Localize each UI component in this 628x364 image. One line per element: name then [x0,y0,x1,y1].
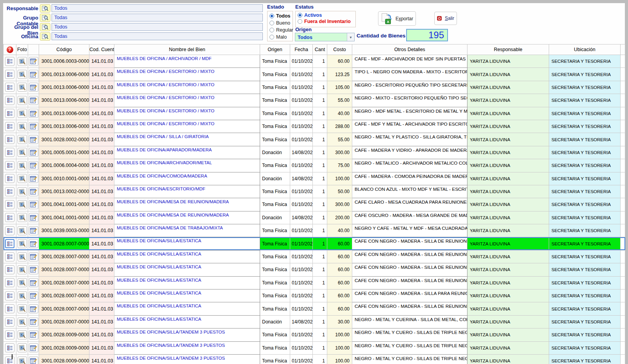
row-photo-button[interactable] [18,161,27,170]
responsable-cell[interactable]: YARITZA LIDUVINA [467,237,549,250]
row-photo-button[interactable] [18,239,27,248]
nombre-del-bien-cell[interactable]: MUEBLES DE OFICINA/MESA DE TRABAJO/MIXTA [114,224,260,237]
nombre-del-bien-cell[interactable]: MUEBLES DE OFICINA/SILLA/ESTATICA [114,289,260,302]
costo-cell[interactable]: 105.00 [327,81,352,94]
table-row[interactable]: 3001.0028.0007-00001 141.01.03 MUEBLES D… [4,237,625,250]
estatus-radio-option[interactable]: Fuera del Inventario [298,19,355,24]
ubicacion-cell[interactable]: SECRETARIA Y TESORERIA [549,302,621,315]
origen-select[interactable]: Todos ▾ [295,33,355,41]
cod-cuenta-cell[interactable]: 141.01.03 [89,237,114,250]
nombre-del-bien-cell[interactable]: MUEBLES DE OFICINA/SILLA/ESTATICA [114,302,260,315]
cod-cuenta-cell[interactable]: 141.01.03 [89,276,114,289]
cant-cell[interactable]: 1 [313,354,327,364]
row-edit-button[interactable] [29,239,38,248]
cod-cuenta-cell[interactable]: 141.01.03 [89,224,114,237]
responsable-cell[interactable]: YARITZA LIDUVINA [467,133,549,146]
row-edit-button[interactable] [29,265,38,274]
cod-cuenta-cell[interactable]: 141.01.03 [89,107,114,120]
nombre-del-bien-cell[interactable]: MUEBLES DE OFICINA/SILLA/ESTATICA [114,237,260,250]
codigo-cell[interactable]: 3001.0041.0001-00001 [39,198,89,211]
nombre-del-bien-cell[interactable]: MUEBLES DE OFICINA/SILLA/TANDEM 3 PUESTO… [114,354,260,364]
row-photo-button[interactable] [18,96,27,105]
row-photo-button[interactable] [18,174,27,183]
origen-cell[interactable]: Toma Fisica [260,159,290,172]
salir-button[interactable]: Salir [434,12,457,25]
table-row[interactable]: 3001.0005.0001-00001 141.01.03 MUEBLES D… [4,146,625,159]
costo-cell[interactable]: 50.00 [327,185,352,198]
responsable-cell[interactable]: YARITZA LIDUVINA [467,94,549,107]
otros-detalles-cell[interactable]: CAFE CON NEGRO - MADERA - SILLA PARA REU… [352,289,467,302]
estado-radio-option[interactable]: Bueno [269,20,293,26]
fecha-cell[interactable]: 01/10/2025 [290,224,313,237]
origen-cell[interactable]: Toma Fisica [260,107,290,120]
origen-cell[interactable]: Donación [260,146,290,159]
fecha-cell[interactable]: 01/10/2025 [290,341,313,354]
responsable-cell[interactable]: YARITZA LIDUVINA [467,224,549,237]
responsable-cell[interactable]: YARITZA LIDUVINA [467,107,549,120]
row-edit-button[interactable] [29,330,38,339]
responsable-filter-input[interactable] [52,4,263,12]
row-detail-button[interactable] [5,213,14,222]
costo-cell[interactable]: 288.00 [327,120,352,133]
cant-cell[interactable]: 1 [313,250,327,263]
table-row[interactable]: 3001.0028.0002-00001 141.01.03 MUEBLES D… [4,133,625,146]
row-edit-button[interactable] [29,213,38,222]
row-detail-button[interactable] [5,161,14,170]
codigo-cell[interactable]: 3001.0041.0001-00002 [39,211,89,224]
row-detail-button[interactable] [5,291,14,300]
responsable-cell[interactable]: YARITZA LIDUVINA [467,354,549,364]
otros-detalles-cell[interactable]: CAFE CON NEGRO - MADERA - SILLA DE REUNI… [352,302,467,315]
cant-cell[interactable]: 1 [313,224,327,237]
codigo-cell[interactable]: 3001.0028.0009-00003 [39,354,89,364]
costo-cell[interactable]: 75.00 [327,159,352,172]
row-edit-button[interactable] [29,135,38,144]
otros-detalles-cell[interactable]: CAFE CON NEGRO - MADERA - SILLA DE REUNI… [352,250,467,263]
origen-cell[interactable]: Toma Fisica [260,120,290,133]
cant-cell[interactable]: 1 [313,107,327,120]
row-photo-button[interactable] [18,200,27,209]
cant-cell[interactable]: 1 [313,315,327,328]
origen-cell[interactable]: Toma Fisica [260,354,290,364]
table-row[interactable]: 3001.0039.0003-00001 141.01.03 MUEBLES D… [4,224,625,237]
cod-cuenta-cell[interactable]: 141.01.03 [89,81,114,94]
otros-detalles-cell[interactable]: NEGRO - ESCRITORIO PEQUEÑO TIPO SECRETAR… [352,81,467,94]
table-row[interactable]: 3001.0028.0007-00006 141.01.03 MUEBLES D… [4,302,625,315]
nombre-del-bien-cell[interactable]: MUEBLES DE OFICINA / ESCRITORIO / MIXTO [114,107,260,120]
responsable-cell[interactable]: YARITZA LIDUVINA [467,55,549,68]
cant-cell[interactable]: 1 [313,146,327,159]
codigo-cell[interactable]: 3001.0010.0001-00001 [39,172,89,185]
row-detail-button[interactable] [5,318,14,327]
origen-cell[interactable]: Toma Fisica [260,68,290,81]
responsable-cell[interactable]: YARITZA LIDUVINA [467,328,549,341]
grupo-del-bien-lookup-button[interactable] [40,23,50,31]
cant-cell[interactable]: 1 [313,159,327,172]
responsable-cell[interactable]: YARITZA LIDUVINA [467,172,549,185]
costo-cell[interactable]: 40.00 [327,107,352,120]
otros-detalles-cell[interactable]: CAFE CON NEGRO - MADERA - SILLA DE REUNI… [352,276,467,289]
fecha-cell[interactable]: 01/10/2025 [290,263,313,276]
row-photo-button[interactable] [18,291,27,300]
origen-cell[interactable]: Toma Fisica [260,133,290,146]
ubicacion-cell[interactable]: SECRETARIA Y TESORERIA [549,354,621,364]
cod-cuenta-cell[interactable]: 141.01.03 [89,55,114,68]
table-row[interactable]: 3001.0013.0006-00002 141.01.03 MUEBLES D… [4,81,625,94]
row-photo-button[interactable] [18,330,27,339]
cant-cell[interactable]: 1 [313,263,327,276]
table-row[interactable]: 3001.0013.0006-00001 141.01.03 MUEBLES D… [4,68,625,81]
origen-cell[interactable]: Toma Fisica [260,341,290,354]
ubicacion-cell[interactable]: SECRETARIA Y TESORERIA [549,172,621,185]
codigo-cell[interactable]: 3001.0013.0006-00003 [39,94,89,107]
cod-cuenta-cell[interactable]: 141.01.03 [89,263,114,276]
origen-cell[interactable]: Toma Fisica [260,55,290,68]
ubicacion-cell[interactable]: SECRETARIA Y TESORERIA [549,276,621,289]
origen-cell[interactable]: Toma Fisica [260,302,290,315]
grupo-del-bien-filter-input[interactable] [52,23,263,31]
cod-cuenta-cell[interactable]: 141.01.03 [89,172,114,185]
responsable-cell[interactable]: YARITZA LIDUVINA [467,211,549,224]
codigo-cell[interactable]: 3001.0006.0003-00001 [39,55,89,68]
ubicacion-cell[interactable]: SECRETARIA Y TESORERIA [549,341,621,354]
costo-cell[interactable]: 60.00 [327,55,352,68]
oficina-filter-input[interactable] [52,32,263,40]
cant-cell[interactable]: 1 [313,185,327,198]
cod-cuenta-cell[interactable]: 141.01.03 [89,94,114,107]
